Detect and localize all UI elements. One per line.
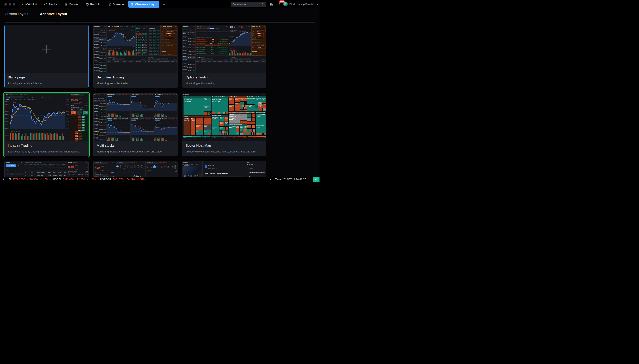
sector-insurance[interactable]: Insurance PING AN-0.26% AIA+0.17% CHINA …	[183, 115, 212, 136]
chain-row[interactable]: 2.05 x8 2.01 x49 2.031553.14 3.05 x880 3…	[196, 46, 229, 48]
chart-tab[interactable]: 个股资讯	[23, 94, 27, 96]
heat-tile[interactable]: PRU+1.89%	[204, 117, 212, 125]
chain-row[interactable]: 3.45 x31 3.35 x4 3.40152.51.91 1.91 x610…	[196, 42, 229, 44]
heat-tile-small[interactable]	[208, 111, 209, 113]
heat-tile-small[interactable]	[250, 128, 253, 132]
heat-tile[interactable]: CHINA OVERSEAS+1.28%	[234, 98, 240, 102]
heat-tile[interactable]: BABA-SW-0.77%	[212, 98, 228, 112]
heat-tile[interactable]: MENGNIU DAIRY-1.85%	[261, 98, 266, 102]
share-link-button[interactable]	[313, 176, 320, 182]
timeframe-pill[interactable]: 前复权 ▾	[174, 165, 177, 169]
ask-row[interactable]: 377.40024K	[70, 126, 89, 128]
index-hstech[interactable]: HSTECH 3654.780+54.290+1.51%	[100, 178, 146, 181]
heat-tile[interactable]: NCI-0.70%	[204, 130, 208, 136]
ask-row[interactable]: 377.20010.8K	[70, 128, 89, 130]
ask-row[interactable]: 378.40010.9K	[70, 119, 89, 120]
book-row[interactable]: 9 380.000187.2K(317)	[136, 37, 148, 38]
trash-button[interactable]: ⌧	[17, 164, 20, 167]
heat-tile-small[interactable]	[244, 109, 245, 111]
market-pill-hk[interactable]: HK	[230, 58, 233, 60]
heat-tile-small[interactable]	[223, 133, 225, 136]
window-close-button[interactable]	[5, 3, 7, 6]
layout-card-blank[interactable]: Blank pageAdd widgets on a blank layout	[5, 25, 89, 88]
batch-cancel-button[interactable]: 批量撤单操作 ▾	[77, 111, 82, 114]
ask-row[interactable]: 378.6008.2K	[70, 117, 89, 119]
bid-row[interactable]: 29.8K376.400	[70, 134, 89, 136]
heat-tile[interactable]: NIO-SW-1.46%	[236, 132, 240, 136]
sector-food-and-beverage-production[interactable]: Food and Beverage Production NONGFU SPRI…	[247, 96, 266, 111]
tab-custom-layout[interactable]: Custom Layout	[5, 12, 28, 16]
heat-tile[interactable]: FUYAO GLASS-1.49%	[243, 126, 247, 129]
timeframe-pill[interactable]: 月K	[23, 98, 26, 100]
avatar[interactable]	[283, 2, 288, 6]
sell-toggle[interactable]: Sell	[261, 33, 266, 34]
sector-software[interactable]: Software TENCENT-1.09% NTES-S-0.94% KUAI…	[183, 96, 212, 115]
tab-depth[interactable]: 市场深度	[71, 105, 74, 106]
nav-item-screener[interactable]: Screener	[109, 2, 125, 6]
timeframe-pill[interactable]: 周K	[19, 98, 22, 100]
heat-tile-small[interactable]	[243, 132, 245, 136]
sell-toggle[interactable]: Sell	[172, 33, 177, 34]
type-pill-put[interactable]: Put	[218, 28, 219, 29]
ask-row[interactable]: 377.60019.5K	[70, 125, 89, 126]
heat-tile[interactable]: GALAXY ENT-0.55%	[212, 127, 219, 136]
index-hscei[interactable]: HSCEI 6323.430+72.250+1.16%	[53, 178, 96, 181]
layout-card-heatmap[interactable]: HK Heat Map⧉ ⋯ Software TENCENT-1.09% NT…	[182, 93, 266, 156]
filter-criteria-button[interactable]: ▽ Filter Criteria ●	[6, 164, 16, 167]
window-zoom-button[interactable]	[13, 3, 15, 6]
heat-tile-small[interactable]	[242, 107, 243, 109]
heat-tile[interactable]: XPENG-W-3.03%	[240, 129, 243, 133]
symbol-input[interactable]: 长和 00001.HK	[116, 162, 128, 164]
book-row[interactable]: 6 380.60021.1K(36)	[136, 42, 148, 43]
chart-tab[interactable]: 当日订单	[9, 94, 13, 96]
heat-tile-small[interactable]	[265, 133, 266, 136]
heat-tile-small[interactable]	[262, 108, 266, 111]
heat-tile-small[interactable]	[223, 126, 226, 130]
bid-row[interactable]: 12.3K376.600	[70, 133, 89, 134]
timeframe-pill[interactable]: 分时	[146, 166, 149, 168]
book-row[interactable]: 7 380.40057.1K(32)	[136, 40, 148, 42]
buy-toggle[interactable]: Buy	[166, 33, 172, 34]
heat-tile-small[interactable]	[240, 107, 242, 109]
book-row[interactable]: 4 381.000145.2K(136)	[136, 45, 148, 47]
heat-tile-small[interactable]	[212, 112, 215, 114]
timeframe-pill[interactable]: 5日	[10, 98, 13, 100]
heat-tile-small[interactable]	[208, 133, 210, 136]
heat-tile-small[interactable]	[251, 124, 256, 128]
heat-tile-small[interactable]	[220, 112, 223, 114]
heat-tile-small[interactable]	[210, 133, 212, 136]
tab-adaptive-layout[interactable]: Adaptive Layout	[40, 12, 67, 16]
qty-stepper[interactable]: - Min lot size +	[165, 37, 174, 39]
buy-sell-toggle[interactable]: BuySell	[166, 33, 177, 34]
heat-tile[interactable]	[240, 133, 243, 136]
heat-tile-small[interactable]	[247, 132, 249, 136]
timeframe-pill[interactable]: 30分	[167, 166, 170, 168]
heat-tile[interactable]: PICC P&C-0.38%	[204, 125, 212, 130]
tab-book[interactable]: 盘口	[76, 105, 77, 106]
symbol-filter-input[interactable]: Symbol	[239, 58, 251, 60]
heat-tile[interactable]: MANULIFE-S+0.67%	[196, 125, 204, 130]
heat-tile-small[interactable]	[242, 105, 244, 107]
timeframe-pill[interactable]: 年K	[27, 98, 31, 100]
layout-card-options[interactable]: Watchlist⧉ ⋯ ALL HK US 白马股 自选 ▾ Name ↕Pr…	[182, 25, 266, 88]
heat-tile[interactable]: YUM CHINA+1.67%	[224, 116, 228, 122]
symbol-input2[interactable]: 腾讯控股 00700.HK	[71, 107, 84, 108]
heat-tile[interactable]: LONGFOR GROUP+1.18%	[240, 98, 247, 102]
chart-tab[interactable]: 历史订单	[15, 94, 19, 96]
heat-tile-small[interactable]	[209, 111, 211, 113]
ask-row[interactable]: 377.0004.7K	[70, 130, 89, 131]
market-cn[interactable]: CN	[19, 173, 23, 175]
window-minimize-button[interactable]	[9, 3, 11, 6]
heat-tile[interactable]: HAIDILAO-0.97%	[219, 126, 223, 130]
timeframe-pill[interactable]: 60分	[171, 166, 174, 168]
heat-tile-small[interactable]	[247, 128, 250, 132]
heat-tile[interactable]: KINGSOFT+1.99%	[204, 111, 208, 115]
symbol-input[interactable]: 长和 00001.HK	[146, 162, 158, 164]
nav-item-quotes[interactable]: Quotes	[65, 2, 79, 6]
heat-tile-small[interactable]	[208, 130, 212, 133]
heat-tile[interactable]: SINO LAND-4.77%	[240, 102, 244, 105]
symbol-input[interactable]: 长和 00001.HK	[94, 162, 108, 164]
search-input[interactable]: Code/Name	[231, 2, 266, 7]
sector-energy-utilities[interactable]: Energy Utilities CLP HOLDINGS-0.17% HK &…	[247, 111, 255, 136]
heat-tile[interactable]: TRIP.COM-S+0.55%	[219, 122, 224, 126]
